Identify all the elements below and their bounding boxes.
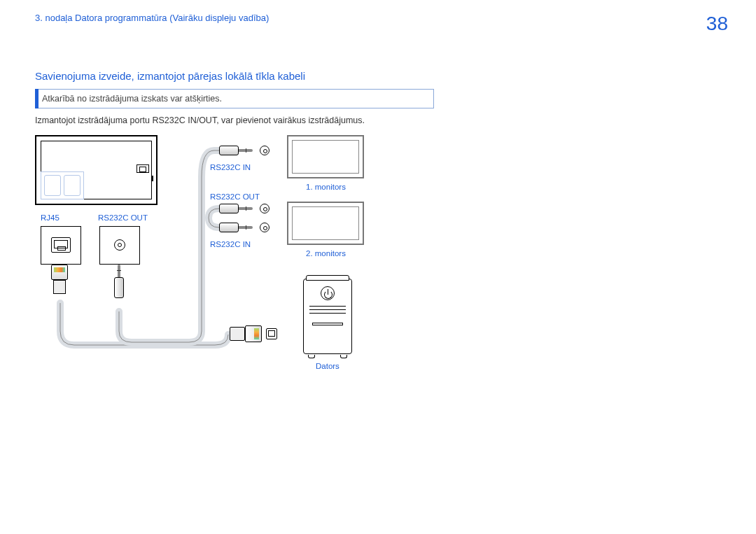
rj45-port-icon	[41, 226, 81, 265]
note-text: Atkarībā no izstrādājuma izskats var atš…	[42, 94, 222, 104]
tv-back-icon	[35, 135, 158, 205]
rj45-plug-horizontal-icon	[230, 324, 269, 345]
monitor-1-icon	[287, 135, 364, 178]
page-header: 3. nodaļa Datora programmatūra (Vairāku …	[0, 0, 756, 42]
label-monitor-1: 1. monitors	[306, 183, 346, 191]
rs232c-port-icon	[99, 226, 140, 265]
monitor-2-icon	[287, 202, 364, 245]
note-box: Atkarībā no izstrādājuma izskats var atš…	[35, 89, 434, 108]
computer-icon	[303, 279, 352, 354]
label-rs232c-out: RS232C OUT	[98, 213, 148, 222]
label-computer: Dators	[316, 362, 340, 370]
audio-plug-icon	[114, 265, 125, 314]
page-content: Savienojuma izveide, izmantojot pārejas …	[0, 42, 756, 415]
rs232c-plug-icon	[219, 146, 261, 155]
section-title: Savienojuma izveide, izmantojot pārejas …	[35, 70, 721, 82]
rs232c-plug-icon	[219, 223, 261, 232]
label-rj45: RJ45	[41, 213, 59, 222]
body-text: Izmantojot izstrādājuma portu RS232C IN/…	[35, 115, 721, 125]
label-monitor-2: 2. monitors	[306, 249, 346, 258]
connection-diagram: RJ45 RS232C OUT RS232C IN RS232C OUT RS2…	[35, 135, 427, 415]
page-number: 38	[706, 13, 728, 35]
label-rs232c-in-2: RS232C IN	[210, 240, 251, 248]
label-rs232c-in-1: RS232C IN	[210, 163, 251, 171]
rj45-plug-icon	[50, 265, 71, 303]
label-rs232c-out-2: RS232C OUT	[210, 192, 260, 201]
breadcrumb: 3. nodaļa Datora programmatūra (Vairāku …	[35, 13, 269, 23]
rs232c-plug-icon	[219, 204, 261, 213]
